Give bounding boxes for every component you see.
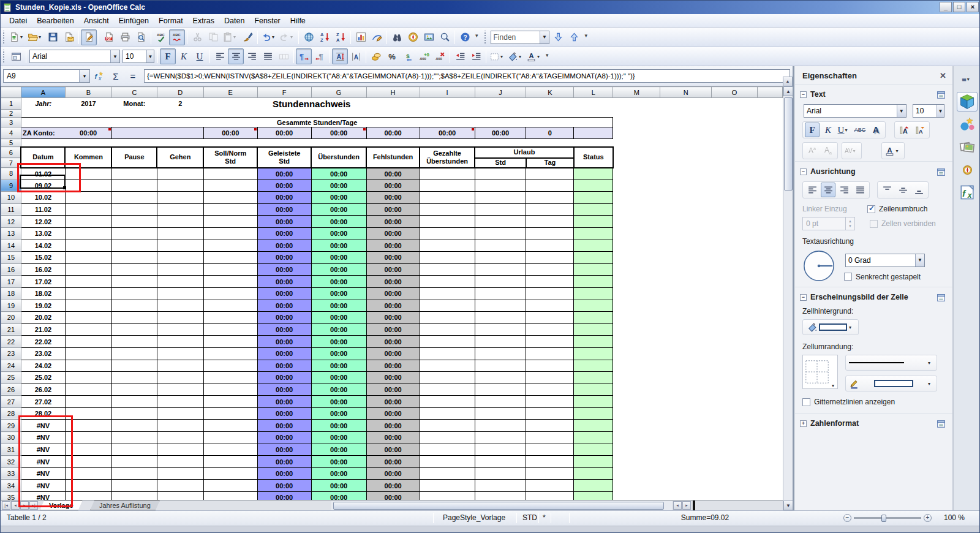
cell-B9[interactable] [65, 180, 111, 192]
cell-L13[interactable] [574, 227, 613, 240]
edit-file-button[interactable] [81, 29, 97, 45]
cell-K20[interactable] [526, 312, 574, 324]
cell-L16[interactable] [574, 263, 613, 276]
row-header-11[interactable]: 11 [1, 203, 21, 216]
cell-I18[interactable] [420, 287, 475, 300]
cell-I32[interactable] [420, 456, 475, 468]
cell-O17[interactable] [712, 276, 758, 288]
chevron-down-icon[interactable]: ▼ [897, 105, 906, 117]
delete-decimal-button[interactable]: .000 [432, 48, 448, 64]
cell-F28[interactable]: 00:00 [257, 407, 311, 420]
cell-F29[interactable]: 00:00 [257, 420, 311, 432]
collapse-icon[interactable]: − [800, 91, 807, 98]
cell-O26[interactable] [712, 384, 758, 396]
cell-B21[interactable] [65, 323, 111, 336]
cell-L35[interactable] [574, 492, 613, 500]
cell-K16[interactable] [526, 263, 574, 276]
cell-L30[interactable] [574, 432, 613, 444]
find-previous-button[interactable] [567, 29, 582, 45]
chevron-down-icon[interactable]: ▾ [928, 381, 933, 387]
copy-button[interactable] [205, 29, 221, 45]
cell-J1[interactable] [475, 98, 526, 110]
cell-N7[interactable] [660, 158, 712, 168]
cell-A24[interactable]: 24.02 [21, 360, 65, 372]
cell-E16[interactable] [203, 263, 257, 276]
sidebar-font-color-button[interactable]: A▾ [884, 143, 902, 158]
cell-K13[interactable] [526, 227, 574, 240]
line-color-swatch[interactable] [874, 380, 913, 387]
toolbar-grip[interactable] [2, 50, 6, 63]
cell-A22[interactable]: 22.02 [21, 336, 65, 348]
cell-H30[interactable]: 00:00 [366, 432, 420, 444]
cell-D32[interactable] [157, 456, 203, 468]
cell-B20[interactable] [65, 312, 111, 324]
chevron-down-icon[interactable]: ▾ [832, 383, 837, 388]
row-header-20[interactable]: 20 [1, 312, 21, 324]
cell-J7[interactable]: Std [475, 158, 526, 168]
cell-fill-4[interactable] [757, 127, 782, 139]
cell-B24[interactable] [65, 360, 111, 372]
text-dialog-launcher-icon[interactable] [935, 89, 946, 100]
align-left-button[interactable] [212, 48, 228, 64]
cell-G18[interactable]: 00:00 [311, 287, 366, 300]
cell-J32[interactable] [475, 456, 526, 468]
cell-A12[interactable]: 12.02 [21, 216, 65, 228]
cell-F16[interactable]: 00:00 [257, 263, 311, 276]
cell-D13[interactable] [157, 227, 203, 240]
cell-row2[interactable] [21, 110, 782, 118]
character-spacing-button[interactable]: AV▾ [844, 143, 859, 158]
rtl-button[interactable]: ¶ [312, 48, 328, 64]
cell-A6[interactable]: Datum [21, 147, 65, 168]
cell-fill-11[interactable] [757, 203, 782, 216]
cell-J9[interactable] [475, 180, 526, 192]
cell-M10[interactable] [613, 192, 660, 204]
cell-I35[interactable] [420, 492, 475, 500]
cell-B8[interactable] [65, 168, 111, 180]
cell-C32[interactable] [111, 456, 157, 468]
cell-I13[interactable] [420, 227, 475, 240]
cell-B18[interactable] [65, 287, 111, 300]
cell-K23[interactable] [526, 347, 574, 360]
cell-fill-21[interactable] [757, 323, 782, 336]
horizontal-scroll-thumb[interactable] [333, 502, 664, 510]
cell-J15[interactable] [475, 252, 526, 264]
cell-J31[interactable] [475, 444, 526, 456]
menu-extras[interactable]: Extras [188, 15, 219, 26]
cell-M30[interactable] [613, 432, 660, 444]
cell-E26[interactable] [203, 384, 257, 396]
chevron-down-icon[interactable]: ▼ [915, 254, 924, 266]
collapse-icon[interactable]: − [800, 294, 807, 301]
cell-O1[interactable] [712, 98, 758, 110]
cell-B29[interactable] [65, 420, 111, 432]
cell-L23[interactable] [574, 347, 613, 360]
print-button[interactable] [117, 29, 133, 45]
font-name-combo[interactable]: ▼ [29, 50, 120, 63]
cell-I10[interactable] [420, 192, 475, 204]
section-cell-appearance[interactable]: − Erscheinungsbild der Zelle [795, 287, 952, 305]
cell-G31[interactable]: 00:00 [311, 444, 366, 456]
cell-H25[interactable]: 00:00 [366, 372, 420, 384]
cell-E22[interactable] [203, 336, 257, 348]
column-header-H[interactable]: H [366, 87, 420, 98]
cell-I11[interactable] [420, 203, 475, 216]
cell-E27[interactable] [203, 396, 257, 408]
cell-G10[interactable]: 00:00 [311, 192, 366, 204]
cell-F10[interactable]: 00:00 [257, 192, 311, 204]
cell-M9[interactable] [613, 180, 660, 192]
cell-D30[interactable] [157, 432, 203, 444]
cell-G6[interactable]: Überstunden [311, 147, 366, 168]
cell-E8[interactable] [203, 168, 257, 180]
currency-button[interactable] [368, 48, 384, 64]
cell-F19[interactable]: 00:00 [257, 300, 311, 312]
cell-N19[interactable] [660, 300, 712, 312]
cell-C21[interactable] [111, 323, 157, 336]
row-header-14[interactable]: 14 [1, 240, 21, 252]
cell-G33[interactable]: 00:00 [311, 467, 366, 480]
sidebar-font-name-input[interactable] [804, 105, 897, 116]
cell-O10[interactable] [712, 192, 758, 204]
cell-B22[interactable] [65, 336, 111, 348]
cell-L17[interactable] [574, 276, 613, 288]
number-dialog-launcher-icon[interactable] [935, 418, 946, 429]
cell-fill-34[interactable] [757, 480, 782, 492]
cell-B13[interactable] [65, 227, 111, 240]
